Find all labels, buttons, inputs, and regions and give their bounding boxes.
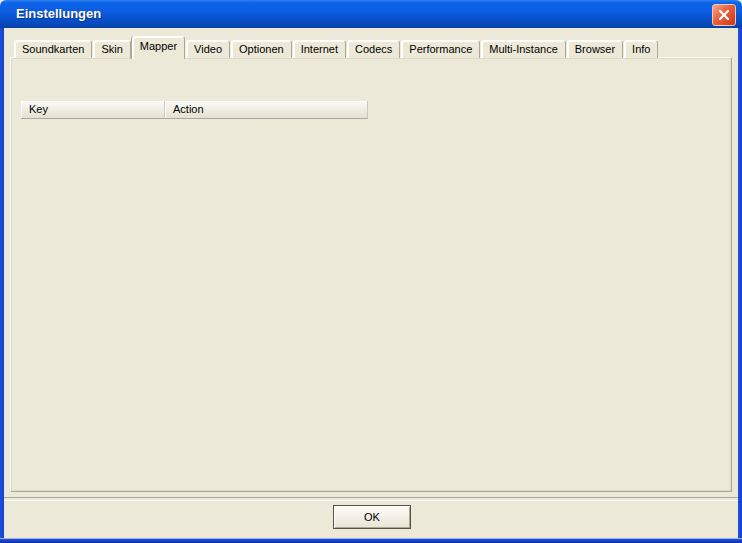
column-header-key[interactable]: Key — [21, 101, 165, 119]
tab-multi-instance[interactable]: Multi-Instance — [481, 40, 565, 58]
tab-internet[interactable]: Internet — [293, 40, 346, 58]
tab-video[interactable]: Video — [186, 40, 230, 58]
mapper-panel — [10, 57, 732, 492]
window-border-left — [0, 28, 4, 543]
tab-soundkarten[interactable]: Soundkarten — [14, 40, 92, 58]
footer-divider — [4, 497, 738, 501]
column-header-action[interactable]: Action — [165, 101, 368, 119]
window-border-bottom — [0, 538, 742, 543]
title-bar: Einstellungen — [0, 0, 742, 28]
tab-info[interactable]: Info — [624, 40, 658, 58]
settings-window: Einstellungen SoundkartenSkinMapperVideo… — [0, 0, 742, 543]
tab-codecs[interactable]: Codecs — [347, 40, 400, 58]
tab-performance[interactable]: Performance — [401, 40, 480, 58]
tab-strip: SoundkartenSkinMapperVideoOptionenIntern… — [14, 35, 659, 58]
window-border-right — [738, 28, 742, 543]
close-button[interactable] — [712, 4, 736, 26]
tab-browser[interactable]: Browser — [567, 40, 623, 58]
table-header: Key Action — [21, 101, 368, 119]
window-title: Einstellungen — [16, 6, 101, 21]
close-icon — [718, 9, 730, 21]
tab-mapper[interactable]: Mapper — [132, 36, 185, 59]
tab-optionen[interactable]: Optionen — [231, 40, 292, 58]
tab-skin[interactable]: Skin — [93, 40, 130, 58]
ok-button[interactable]: OK — [333, 505, 411, 529]
